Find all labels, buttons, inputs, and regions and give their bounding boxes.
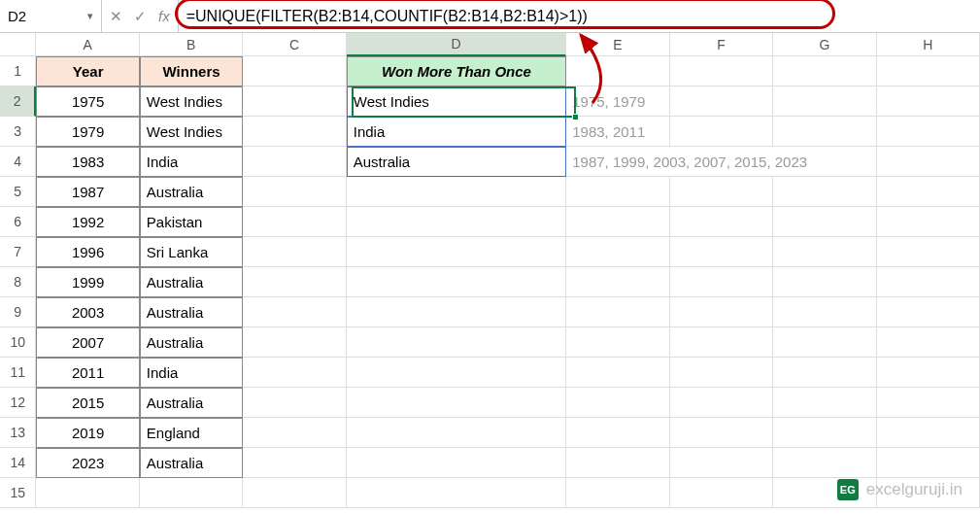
cell-years[interactable]: 1975, 1979 — [566, 86, 669, 117]
col-header-b[interactable]: B — [140, 33, 243, 56]
col-header-c[interactable]: C — [243, 33, 346, 56]
cell-g3[interactable] — [773, 117, 876, 147]
cell-winner[interactable]: Australia — [140, 297, 243, 327]
grid-body: 1 Year Winners Won More Than Once 2 1975… — [0, 56, 980, 508]
row-2: 2 1975 West Indies West Indies 1975, 197… — [0, 86, 980, 117]
row-15: 15 — [0, 478, 980, 508]
col-header-e[interactable]: E — [566, 33, 669, 56]
cell-winner[interactable]: Australia — [140, 327, 243, 358]
cell-c2[interactable] — [243, 86, 346, 117]
row-header[interactable]: 2 — [0, 86, 36, 117]
cell-years[interactable]: 1983, 2011 — [566, 117, 669, 147]
watermark-badge: EG — [837, 479, 859, 500]
col-header-f[interactable]: F — [670, 33, 773, 56]
cell-c3[interactable] — [243, 117, 346, 147]
cell-winner[interactable]: Pakistan — [140, 207, 243, 237]
row-8: 8 1999 Australia — [0, 267, 980, 297]
cell-g2[interactable] — [773, 86, 876, 117]
cell-h4[interactable] — [877, 147, 980, 177]
row-header[interactable]: 9 — [0, 297, 36, 327]
cell-f3[interactable] — [670, 117, 773, 147]
cell-year[interactable]: 1999 — [36, 267, 139, 297]
cell-year[interactable]: 1996 — [36, 237, 139, 267]
cell-year[interactable]: 1992 — [36, 207, 139, 237]
cell-winner[interactable]: England — [140, 418, 243, 448]
row-header[interactable]: 4 — [0, 147, 36, 177]
cell-year[interactable]: 1975 — [36, 86, 139, 117]
result-header[interactable]: Won More Than Once — [347, 56, 566, 86]
row-header[interactable]: 12 — [0, 388, 36, 418]
row-6: 6 1992 Pakistan — [0, 207, 980, 237]
name-box[interactable]: D2 ▾ — [0, 0, 102, 32]
row-header[interactable]: 8 — [0, 267, 36, 297]
name-box-value: D2 — [8, 8, 26, 24]
cell-e1[interactable] — [566, 56, 669, 86]
result-cell[interactable]: India — [347, 117, 566, 147]
row-10: 10 2007 Australia — [0, 327, 980, 358]
row-header[interactable]: 3 — [0, 117, 36, 147]
cell-g1[interactable] — [773, 56, 876, 86]
cancel-icon[interactable]: ✕ — [110, 8, 122, 25]
fill-handle[interactable] — [572, 114, 579, 120]
row-header[interactable]: 10 — [0, 327, 36, 358]
watermark-text: excelguruji.in — [866, 480, 963, 499]
table-header-year[interactable]: Year — [36, 56, 139, 86]
row-header[interactable]: 1 — [0, 56, 36, 86]
formula-input[interactable]: =UNIQUE(FILTER(B2:B14,COUNTIF(B2:B14,B2:… — [179, 0, 980, 32]
row-header[interactable]: 15 — [0, 478, 36, 508]
formula-text: =UNIQUE(FILTER(B2:B14,COUNTIF(B2:B14,B2:… — [186, 8, 588, 25]
result-cell[interactable]: Australia — [347, 147, 566, 177]
cell-h1[interactable] — [877, 56, 980, 86]
select-all-corner[interactable] — [0, 33, 36, 56]
cell-year[interactable]: 2019 — [36, 418, 139, 448]
col-header-d[interactable]: D — [347, 33, 567, 56]
row-header[interactable]: 6 — [0, 207, 36, 237]
table-header-winners[interactable]: Winners — [140, 56, 243, 86]
cell-f2[interactable] — [670, 86, 773, 117]
years-text: 1975, 1979 — [566, 86, 651, 116]
result-cell[interactable]: West Indies — [347, 86, 566, 117]
cell-h2[interactable] — [877, 86, 980, 117]
cell-winner[interactable]: West Indies — [140, 86, 243, 117]
fx-icon[interactable]: fx — [158, 8, 170, 24]
cell-year[interactable]: 2011 — [36, 358, 139, 388]
cell-year[interactable]: 1987 — [36, 177, 139, 207]
row-4: 4 1983 India Australia 1987, 1999, 2003,… — [0, 147, 980, 177]
cell-c1[interactable] — [243, 56, 346, 86]
row-header[interactable]: 5 — [0, 177, 36, 207]
row-3: 3 1979 West Indies India 1983, 2011 — [0, 117, 980, 147]
cell-winner[interactable]: West Indies — [140, 117, 243, 147]
cell-year[interactable]: 2015 — [36, 388, 139, 418]
cell-winner[interactable]: Australia — [140, 388, 243, 418]
cell-winner[interactable]: Australia — [140, 448, 243, 478]
row-header[interactable]: 13 — [0, 418, 36, 448]
cell-winner[interactable]: Australia — [140, 177, 243, 207]
cell-year[interactable]: 1979 — [36, 117, 139, 147]
spreadsheet-grid[interactable]: A B C D E F G H 1 Year Winners Won More … — [0, 33, 980, 508]
col-header-a[interactable]: A — [36, 33, 139, 56]
cell-year[interactable]: 2007 — [36, 327, 139, 358]
row-header[interactable]: 7 — [0, 237, 36, 267]
cell-winner[interactable]: India — [140, 358, 243, 388]
cell-winner[interactable]: Sri Lanka — [140, 237, 243, 267]
row-13: 13 2019 England — [0, 418, 980, 448]
col-header-h[interactable]: H — [877, 33, 980, 56]
row-header[interactable]: 14 — [0, 448, 36, 478]
cell-year[interactable]: 2003 — [36, 297, 139, 327]
cell-year[interactable]: 1983 — [36, 147, 139, 177]
row-header[interactable]: 11 — [0, 358, 36, 388]
chevron-down-icon[interactable]: ▾ — [87, 10, 93, 22]
cell-winner[interactable]: Australia — [140, 267, 243, 297]
cell-c4[interactable] — [243, 147, 346, 177]
row-1: 1 Year Winners Won More Than Once — [0, 56, 980, 86]
enter-icon[interactable]: ✓ — [134, 8, 147, 25]
cell-winner[interactable]: India — [140, 147, 243, 177]
cell-years[interactable]: 1987, 1999, 2003, 2007, 2015, 2023 — [566, 147, 669, 177]
col-header-g[interactable]: G — [773, 33, 876, 56]
cell-h3[interactable] — [877, 117, 980, 147]
cell-year[interactable]: 2023 — [36, 448, 139, 478]
row-9: 9 2003 Australia — [0, 297, 980, 327]
row-7: 7 1996 Sri Lanka — [0, 237, 980, 267]
cell-f1[interactable] — [670, 56, 773, 86]
years-text: 1983, 2011 — [566, 117, 651, 146]
